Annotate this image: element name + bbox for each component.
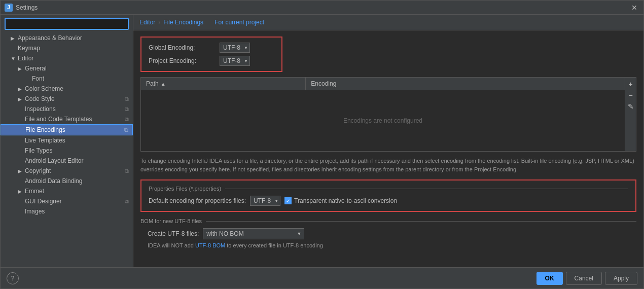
sidebar-item-general[interactable]: ▶General (1, 63, 133, 74)
bom-select-wrapper: with NO BOM with BOM (203, 228, 304, 239)
apply-button[interactable]: Apply (605, 272, 637, 285)
copy-icon: ⧉ (125, 198, 129, 205)
arrow-icon: ▶ (18, 66, 23, 71)
sidebar-item-appearance-behavior[interactable]: ▶Appearance & Behavior (1, 33, 133, 43)
sidebar-item-label: Color Scheme (25, 85, 129, 92)
copy-icon: ⧉ (125, 116, 129, 123)
bom-info-before: IDEA will NOT add (148, 242, 195, 248)
sidebar-item-keymap[interactable]: Keymap (1, 43, 133, 53)
default-encoding-label: Default encoding for properties files: (149, 197, 246, 204)
sidebar-item-label: Font (32, 75, 129, 82)
sidebar-item-file-encodings[interactable]: File Encodings⧉ (1, 124, 133, 135)
project-encoding-select-wrapper: UTF-8 (220, 56, 250, 66)
search-input[interactable] (5, 18, 129, 30)
breadcrumb-project-link[interactable]: For current project (214, 19, 264, 26)
sidebar-item-gui-designer[interactable]: GUI Designer⧉ (1, 196, 133, 206)
close-button[interactable]: ✕ (629, 4, 639, 12)
edit-encoding-button[interactable]: ✎ (626, 102, 635, 111)
table-empty-text: Encodings are not configured (343, 117, 422, 124)
arrow-icon: ▶ (18, 86, 23, 92)
col-path-label: Path (146, 80, 159, 87)
ok-button[interactable]: OK (536, 272, 563, 285)
table-body: Encodings are not configured (141, 90, 625, 151)
sidebar-item-live-templates[interactable]: Live Templates (1, 135, 133, 146)
sidebar-item-color-scheme[interactable]: ▶Color Scheme (1, 84, 133, 94)
arrow-icon: ▶ (11, 35, 16, 41)
bom-create-select[interactable]: with NO BOM with BOM (203, 228, 304, 239)
sidebar-item-inspections[interactable]: Inspections⧉ (1, 104, 133, 114)
col-path-header[interactable]: Path ▲ (141, 78, 306, 90)
properties-section-title: Properties Files (*.properties) (149, 186, 628, 192)
breadcrumb-sep1: › (158, 19, 160, 26)
breadcrumb-file-encodings[interactable]: File Encodings (163, 19, 203, 26)
global-encoding-select-wrapper: UTF-8 (220, 43, 250, 53)
bom-section: BOM for new UTF-8 files Create UTF-8 fil… (140, 218, 636, 248)
sidebar-item-label: Copyright (25, 167, 123, 174)
title-bar: J Settings ✕ (1, 1, 643, 15)
transparent-conversion-checkbox[interactable]: ✓ (284, 197, 292, 204)
sidebar-item-label: Images (25, 208, 129, 215)
sidebar-item-label: Android Data Binding (25, 177, 129, 185)
properties-section: Properties Files (*.properties) Default … (140, 179, 636, 212)
app-icon: J (5, 4, 13, 12)
copy-icon: ⧉ (124, 127, 128, 133)
help-button[interactable]: ? (7, 272, 19, 284)
col-encoding-header[interactable]: Encoding (306, 78, 625, 90)
sidebar-item-label: Live Templates (25, 137, 129, 144)
sidebar-item-font[interactable]: Font (1, 74, 133, 84)
table-actions: + − ✎ (625, 78, 636, 151)
arrow-icon: ▶ (18, 168, 23, 174)
settings-window: J Settings ✕ ▶Appearance & BehaviorKeyma… (0, 0, 644, 289)
encodings-table: Path ▲ Encoding Encodings are not config… (140, 77, 636, 152)
transparent-conversion-checkbox-wrapper[interactable]: ✓ Transparent native-to-ascii conversion (284, 197, 397, 204)
bom-create-row: Create UTF-8 files: with NO BOM with BOM (140, 228, 636, 239)
breadcrumb: Editor › File Encodings For current proj… (133, 15, 643, 30)
sidebar-item-label: Emmet (25, 188, 129, 195)
breadcrumb-editor[interactable]: Editor (139, 19, 155, 26)
copy-icon: ⧉ (125, 106, 129, 113)
sidebar-item-android-data-binding[interactable]: Android Data Binding (1, 176, 133, 186)
bom-create-label: Create UTF-8 files: (148, 230, 199, 237)
panel-content: Global Encoding: UTF-8 Project Encoding:… (133, 30, 643, 267)
sidebar-item-editor[interactable]: ▼Editor (1, 53, 133, 63)
col-encoding-label: Encoding (311, 80, 336, 87)
info-text: To change encoding IntelliJ IDEA uses fo… (140, 157, 636, 173)
footer: ? OK Cancel Apply (1, 267, 643, 288)
table-header: Path ▲ Encoding (141, 78, 625, 90)
nav-list: ▶Appearance & BehaviorKeymap▼Editor▶Gene… (1, 33, 133, 216)
properties-encoding-select-wrapper: UTF-8 (250, 196, 280, 206)
arrow-icon: ▼ (11, 56, 16, 61)
arrow-icon: ▶ (18, 189, 23, 194)
bom-title-text: BOM for new UTF-8 files (140, 218, 202, 224)
sort-icon: ▲ (161, 81, 166, 87)
cancel-button[interactable]: Cancel (566, 272, 602, 285)
project-encoding-label: Project Encoding: (149, 57, 220, 64)
bom-info-highlight: UTF-8 BOM (195, 242, 225, 248)
sidebar-item-label: GUI Designer (25, 198, 123, 205)
sidebar-item-code-style[interactable]: ▶Code Style⧉ (1, 94, 133, 104)
project-encoding-select[interactable]: UTF-8 (220, 56, 250, 66)
main-content: ▶Appearance & BehaviorKeymap▼Editor▶Gene… (1, 15, 643, 267)
search-box (1, 15, 133, 33)
sidebar-item-android-layout-editor[interactable]: Android Layout Editor (1, 156, 133, 166)
sidebar-item-copyright[interactable]: ▶Copyright⧉ (1, 166, 133, 176)
remove-encoding-button[interactable]: − (626, 91, 635, 100)
sidebar-item-label: General (25, 65, 129, 72)
sidebar-item-file-and-code-templates[interactable]: File and Code Templates⧉ (1, 114, 133, 124)
copy-icon: ⧉ (125, 168, 129, 174)
global-encoding-label: Global Encoding: (149, 44, 220, 51)
global-encoding-select[interactable]: UTF-8 (220, 43, 250, 53)
sidebar-item-images[interactable]: Images (1, 206, 133, 216)
project-encoding-row: Project Encoding: UTF-8 (149, 56, 274, 66)
bom-title: BOM for new UTF-8 files (140, 218, 636, 224)
add-encoding-button[interactable]: + (626, 80, 635, 89)
bom-info-text: IDEA will NOT add UTF-8 BOM to every cre… (140, 242, 636, 248)
main-panel: Editor › File Encodings For current proj… (133, 15, 643, 267)
sidebar-item-emmet[interactable]: ▶Emmet (1, 186, 133, 196)
sidebar-item-label: Keymap (18, 45, 129, 52)
arrow-icon: ▶ (18, 96, 23, 102)
sidebar-item-label: Appearance & Behavior (18, 34, 129, 42)
sidebar-item-file-types[interactable]: File Types (1, 146, 133, 156)
properties-encoding-select[interactable]: UTF-8 (250, 196, 280, 206)
sidebar-item-label: Editor (18, 55, 129, 62)
